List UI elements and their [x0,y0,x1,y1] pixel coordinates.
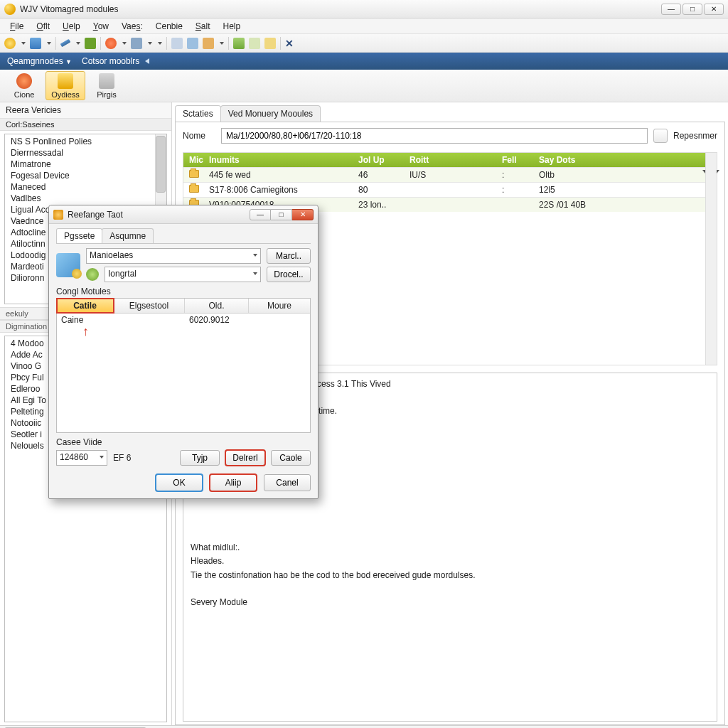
dlg-grid-header-old[interactable]: Old. [185,299,249,313]
list-item[interactable]: Vadlbes [5,193,166,204]
list-item[interactable]: Mimatrone [5,159,166,170]
ok-button[interactable]: OK [156,474,203,491]
toolbar-edit-icon[interactable] [60,39,71,47]
grid-header-fell[interactable]: Fell [496,153,533,167]
dialog-maximize-button[interactable]: □ [271,209,292,220]
menu-help[interactable]: Help [218,20,247,33]
dlg-grid-header-catile[interactable]: Catile [57,299,114,313]
menu-yow[interactable]: Yow [87,20,114,33]
navbar-left[interactable]: Qeamgnnodes ▼ [7,56,72,66]
refresh-icon[interactable] [653,129,668,143]
list-item[interactable]: NS S Ponlined Polies [5,136,166,147]
menubar: FFileile Oflt Uelp Yow Vaes: Cenbie Salt… [0,18,728,34]
table-row[interactable]: S17·8:006 Camiegitons80 :12l5 [183,182,717,197]
combo-manioelases[interactable]: Manioelaes [86,248,261,264]
detail-tie: Tie the costinfonation hao be the cod to… [191,569,710,582]
ef-label: EF 6 [113,453,131,463]
sidebar-panel-title: Reera Vericies [0,102,171,119]
detail-h: Hleades. [191,555,710,568]
drocel-button[interactable]: Drocel.. [267,267,311,282]
tyjp-button[interactable]: Tyjp [180,450,220,466]
dialog-tab-pgssete[interactable]: Pgssete [56,228,102,243]
grid-header-roitt[interactable]: Roitt [404,153,496,167]
toolbar-open-icon[interactable] [30,38,41,49]
num-combo[interactable]: 124860 [56,450,107,466]
table-row[interactable]: 445 fe wed46IU/S :Oltb [183,167,717,182]
toolbar-form-icon[interactable] [249,38,260,49]
grid-header-inumits[interactable]: Inumits [203,153,353,167]
toolbar-doc-icon[interactable] [264,38,276,49]
rename-label[interactable]: Repesnmer [673,131,717,141]
status-bar [0,725,728,728]
grid-header-jolup[interactable]: Jol Up [353,153,404,167]
name-label: Nome [183,131,215,141]
ribbon-oydiess[interactable]: Oydiess [46,71,85,100]
delrerl-button[interactable]: Delrerl [225,450,265,466]
dialog-tab-asqumne[interactable]: Asqumne [102,228,154,243]
menu-cenbie[interactable]: Cenbie [150,20,188,33]
toolbar-stop-icon[interactable] [105,38,117,49]
close-button[interactable]: ✕ [704,4,724,15]
reefange-dialog: Reefange Taot — □ ✕ Pgssete Asqumne Mani… [48,205,318,499]
minimize-button[interactable]: — [661,4,681,15]
menu-oflt[interactable]: Oflt [31,20,55,33]
window-titlebar: WJV Vitomagred modules — □ ✕ [0,0,728,18]
toolbar-check-icon[interactable] [85,38,96,49]
menu-salt[interactable]: Salt [190,20,216,33]
toolbar-zoom-icon[interactable] [187,38,198,49]
detail-sev: Severy Module [191,596,710,609]
name-input[interactable] [221,128,648,144]
list-item[interactable]: Maneced [5,181,166,193]
app-icon [4,4,16,15]
toolbar-filter-icon[interactable] [203,38,214,49]
casee-viide-label: Casee Viide [56,437,311,447]
toolbar-search-icon[interactable] [171,38,183,49]
detail-q: What midlul:. [191,541,710,555]
tab-sctaties[interactable]: Sctaties [175,105,221,122]
ribbon-pirgis[interactable]: Pirgis [87,71,127,100]
red-arrow-icon: ↑ [82,324,89,339]
maximize-button[interactable]: □ [682,4,702,15]
congl-motules-label: Congl Motules [56,287,311,296]
toolbar-delete-icon[interactable]: ✕ [285,38,294,49]
blue-navbar: Qeamgnnodes ▼ Cotsor mooblrs [0,53,728,70]
ribbon: Cione Oydiess Pirgis [0,70,728,102]
ribbon-cione[interactable]: Cione [4,71,44,100]
dlg-grid-header-moure[interactable]: Moure [249,299,310,313]
globe-icon [86,268,99,281]
toolbar-new-icon[interactable] [4,38,16,49]
combo-iongrtal[interactable]: Iongrtal [105,267,261,282]
grid-header-saydots[interactable]: Say Dots [533,153,697,167]
grid-scrollbar[interactable] [705,153,717,365]
dlg-grid-header-elgsestool[interactable]: Elgsestool [114,299,185,313]
menu-file[interactable]: FFileile [4,20,29,33]
toolbar: ✕ [0,34,728,53]
list-item[interactable]: Fogesal Device [5,170,166,181]
menu-vaes[interactable]: Vaes: [116,20,149,33]
cancel-button[interactable]: Canel [264,474,311,491]
grid-header-mic[interactable]: Mic [183,153,203,167]
dialog-icon [53,210,63,220]
window-title: WJV Vitomagred modules [20,4,661,14]
tabstrip: Sctaties Ved Monuery Mooules [175,105,725,122]
dialog-big-icon [56,253,80,277]
folder-icon [189,170,199,178]
caole-button[interactable]: Caole [271,450,311,466]
folder-icon [189,185,199,193]
dialog-minimize-button[interactable]: — [250,209,271,220]
sidebar-subtitle: Corl:Saseines [0,119,171,131]
navbar-right[interactable]: Cotsor mooblrs [82,56,149,66]
aliip-button[interactable]: Aliip [210,474,257,491]
menu-uelp[interactable]: Uelp [57,20,86,33]
toolbar-db-icon[interactable] [131,38,142,49]
dialog-grid[interactable]: Catile Elgsestool Old. Moure Caine 6020.… [56,298,311,433]
dialog-title: Reefange Taot [68,210,250,220]
dlg-grid-cell-old: 6020.9012 [185,314,249,326]
dialog-close-button[interactable]: ✕ [292,209,314,220]
toolbar-run-icon[interactable] [233,38,245,49]
tab-ved-monuery[interactable]: Ved Monuery Mooules [220,105,321,122]
marcl-button[interactable]: Marcl.. [267,248,311,264]
list-item[interactable]: Dierrnessadal [5,147,166,159]
